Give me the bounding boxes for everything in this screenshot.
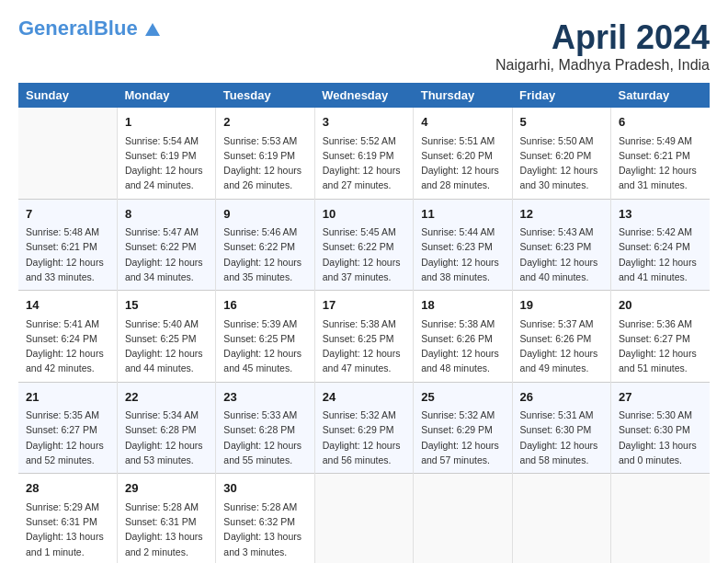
day-info: Sunrise: 5:28 AM Sunset: 6:32 PM Dayligh… bbox=[223, 500, 306, 559]
day-cell: 10Sunrise: 5:45 AM Sunset: 6:22 PM Dayli… bbox=[314, 199, 413, 291]
day-number: 14 bbox=[26, 296, 109, 315]
day-number: 23 bbox=[223, 388, 306, 407]
day-cell: 21Sunrise: 5:35 AM Sunset: 6:27 PM Dayli… bbox=[18, 382, 117, 474]
day-cell bbox=[611, 474, 710, 563]
day-number: 7 bbox=[26, 205, 109, 224]
day-number: 25 bbox=[421, 388, 504, 407]
day-number: 17 bbox=[323, 296, 405, 315]
day-info: Sunrise: 5:32 AM Sunset: 6:29 PM Dayligh… bbox=[323, 408, 405, 467]
day-cell: 14Sunrise: 5:41 AM Sunset: 6:24 PM Dayli… bbox=[18, 291, 117, 383]
day-cell: 27Sunrise: 5:30 AM Sunset: 6:30 PM Dayli… bbox=[611, 382, 710, 474]
day-cell: 3Sunrise: 5:52 AM Sunset: 6:19 PM Daylig… bbox=[314, 108, 413, 199]
day-cell: 8Sunrise: 5:47 AM Sunset: 6:22 PM Daylig… bbox=[117, 199, 215, 291]
weekday-header-tuesday: Tuesday bbox=[216, 83, 314, 108]
day-cell: 13Sunrise: 5:42 AM Sunset: 6:24 PM Dayli… bbox=[611, 199, 710, 291]
day-cell: 7Sunrise: 5:48 AM Sunset: 6:21 PM Daylig… bbox=[18, 199, 117, 291]
day-cell: 19Sunrise: 5:37 AM Sunset: 6:26 PM Dayli… bbox=[512, 291, 610, 383]
weekday-header-saturday: Saturday bbox=[611, 83, 710, 108]
month-title: April 2024 bbox=[495, 18, 710, 57]
day-info: Sunrise: 5:47 AM Sunset: 6:22 PM Dayligh… bbox=[125, 224, 208, 284]
day-number: 3 bbox=[323, 113, 405, 132]
title-block: April 2024 Naigarhi, Madhya Pradesh, Ind… bbox=[495, 18, 710, 74]
day-info: Sunrise: 5:52 AM Sunset: 6:19 PM Dayligh… bbox=[323, 133, 405, 193]
day-number: 8 bbox=[125, 205, 208, 224]
day-cell: 4Sunrise: 5:51 AM Sunset: 6:20 PM Daylig… bbox=[414, 108, 512, 199]
week-row-3: 14Sunrise: 5:41 AM Sunset: 6:24 PM Dayli… bbox=[18, 291, 710, 383]
day-info: Sunrise: 5:32 AM Sunset: 6:29 PM Dayligh… bbox=[421, 408, 504, 467]
day-number: 16 bbox=[223, 296, 306, 315]
day-info: Sunrise: 5:46 AM Sunset: 6:22 PM Dayligh… bbox=[223, 224, 306, 284]
weekday-header-row: SundayMondayTuesdayWednesdayThursdayFrid… bbox=[18, 83, 710, 108]
day-info: Sunrise: 5:39 AM Sunset: 6:25 PM Dayligh… bbox=[223, 316, 306, 376]
day-number: 27 bbox=[619, 388, 702, 407]
day-cell: 5Sunrise: 5:50 AM Sunset: 6:20 PM Daylig… bbox=[512, 108, 610, 199]
day-number: 29 bbox=[125, 479, 208, 498]
day-info: Sunrise: 5:41 AM Sunset: 6:24 PM Dayligh… bbox=[26, 316, 109, 376]
day-number: 26 bbox=[520, 388, 603, 407]
day-info: Sunrise: 5:45 AM Sunset: 6:22 PM Dayligh… bbox=[323, 224, 405, 284]
day-info: Sunrise: 5:38 AM Sunset: 6:26 PM Dayligh… bbox=[421, 316, 504, 376]
day-info: Sunrise: 5:44 AM Sunset: 6:23 PM Dayligh… bbox=[421, 224, 504, 284]
week-row-1: 1Sunrise: 5:54 AM Sunset: 6:19 PM Daylig… bbox=[18, 108, 710, 199]
day-number: 6 bbox=[619, 113, 702, 132]
day-cell: 29Sunrise: 5:28 AM Sunset: 6:31 PM Dayli… bbox=[117, 474, 215, 563]
day-info: Sunrise: 5:31 AM Sunset: 6:30 PM Dayligh… bbox=[520, 408, 603, 467]
weekday-header-wednesday: Wednesday bbox=[314, 83, 413, 108]
day-info: Sunrise: 5:36 AM Sunset: 6:27 PM Dayligh… bbox=[619, 316, 702, 376]
day-number: 18 bbox=[421, 296, 504, 315]
day-number: 11 bbox=[421, 205, 504, 224]
day-cell: 2Sunrise: 5:53 AM Sunset: 6:19 PM Daylig… bbox=[216, 108, 314, 199]
week-row-5: 28Sunrise: 5:29 AM Sunset: 6:31 PM Dayli… bbox=[18, 474, 710, 563]
day-info: Sunrise: 5:33 AM Sunset: 6:28 PM Dayligh… bbox=[223, 408, 306, 467]
day-info: Sunrise: 5:51 AM Sunset: 6:20 PM Dayligh… bbox=[421, 133, 504, 193]
day-cell: 11Sunrise: 5:44 AM Sunset: 6:23 PM Dayli… bbox=[414, 199, 512, 291]
day-cell bbox=[414, 474, 512, 563]
day-info: Sunrise: 5:48 AM Sunset: 6:21 PM Dayligh… bbox=[26, 224, 109, 284]
logo: GeneralBlue bbox=[18, 18, 160, 39]
day-info: Sunrise: 5:43 AM Sunset: 6:23 PM Dayligh… bbox=[520, 224, 603, 284]
location: Naigarhi, Madhya Pradesh, India bbox=[495, 57, 710, 74]
day-info: Sunrise: 5:54 AM Sunset: 6:19 PM Dayligh… bbox=[125, 133, 208, 193]
day-number: 24 bbox=[323, 388, 405, 407]
day-number: 10 bbox=[323, 205, 405, 224]
day-cell: 6Sunrise: 5:49 AM Sunset: 6:21 PM Daylig… bbox=[611, 108, 710, 199]
day-cell: 30Sunrise: 5:28 AM Sunset: 6:32 PM Dayli… bbox=[216, 474, 314, 563]
logo-general: General bbox=[18, 17, 94, 40]
day-cell: 26Sunrise: 5:31 AM Sunset: 6:30 PM Dayli… bbox=[512, 382, 610, 474]
day-number: 5 bbox=[520, 113, 603, 132]
day-cell: 1Sunrise: 5:54 AM Sunset: 6:19 PM Daylig… bbox=[117, 108, 215, 199]
day-number: 21 bbox=[26, 388, 109, 407]
day-cell: 12Sunrise: 5:43 AM Sunset: 6:23 PM Dayli… bbox=[512, 199, 610, 291]
weekday-header-friday: Friday bbox=[512, 83, 610, 108]
day-cell: 16Sunrise: 5:39 AM Sunset: 6:25 PM Dayli… bbox=[216, 291, 314, 383]
day-cell bbox=[512, 474, 610, 563]
week-row-4: 21Sunrise: 5:35 AM Sunset: 6:27 PM Dayli… bbox=[18, 382, 710, 474]
calendar-table: SundayMondayTuesdayWednesdayThursdayFrid… bbox=[18, 83, 710, 563]
day-number: 20 bbox=[619, 296, 702, 315]
day-info: Sunrise: 5:49 AM Sunset: 6:21 PM Dayligh… bbox=[619, 133, 702, 193]
day-info: Sunrise: 5:42 AM Sunset: 6:24 PM Dayligh… bbox=[619, 224, 702, 284]
day-cell: 9Sunrise: 5:46 AM Sunset: 6:22 PM Daylig… bbox=[216, 199, 314, 291]
day-number: 9 bbox=[223, 205, 306, 224]
day-number: 15 bbox=[125, 296, 208, 315]
day-number: 12 bbox=[520, 205, 603, 224]
week-row-2: 7Sunrise: 5:48 AM Sunset: 6:21 PM Daylig… bbox=[18, 199, 710, 291]
day-cell: 17Sunrise: 5:38 AM Sunset: 6:25 PM Dayli… bbox=[314, 291, 413, 383]
day-info: Sunrise: 5:53 AM Sunset: 6:19 PM Dayligh… bbox=[223, 133, 306, 193]
day-info: Sunrise: 5:29 AM Sunset: 6:31 PM Dayligh… bbox=[26, 500, 109, 559]
day-number: 30 bbox=[223, 479, 306, 498]
day-number: 4 bbox=[421, 113, 504, 132]
weekday-header-monday: Monday bbox=[117, 83, 215, 108]
day-info: Sunrise: 5:34 AM Sunset: 6:28 PM Dayligh… bbox=[125, 408, 208, 467]
day-number: 22 bbox=[125, 388, 208, 407]
day-cell: 20Sunrise: 5:36 AM Sunset: 6:27 PM Dayli… bbox=[611, 291, 710, 383]
day-cell: 25Sunrise: 5:32 AM Sunset: 6:29 PM Dayli… bbox=[414, 382, 512, 474]
day-number: 13 bbox=[619, 205, 702, 224]
weekday-header-thursday: Thursday bbox=[414, 83, 512, 108]
day-cell: 15Sunrise: 5:40 AM Sunset: 6:25 PM Dayli… bbox=[117, 291, 215, 383]
day-info: Sunrise: 5:35 AM Sunset: 6:27 PM Dayligh… bbox=[26, 408, 109, 467]
day-info: Sunrise: 5:28 AM Sunset: 6:31 PM Dayligh… bbox=[125, 500, 208, 559]
day-number: 1 bbox=[125, 113, 208, 132]
day-info: Sunrise: 5:38 AM Sunset: 6:25 PM Dayligh… bbox=[323, 316, 405, 376]
day-cell bbox=[314, 474, 413, 563]
